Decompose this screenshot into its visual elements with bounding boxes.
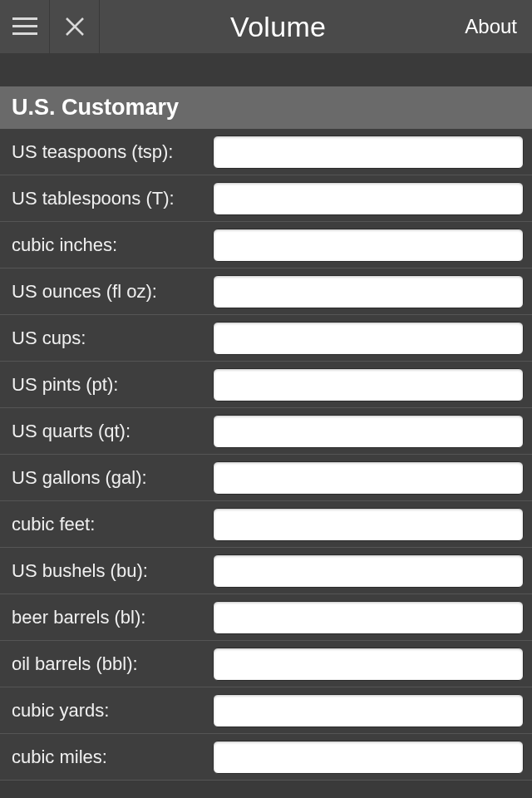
row-input-wrap	[213, 175, 532, 221]
row-cubic-miles: cubic miles:	[0, 734, 532, 781]
page-title: Volume	[100, 11, 456, 43]
cubic-feet-input[interactable]	[213, 508, 524, 541]
row-input-wrap	[213, 687, 532, 733]
oil-barrels-input[interactable]	[213, 648, 524, 681]
topbar: Volume About	[0, 0, 532, 53]
menu-button[interactable]	[0, 0, 50, 53]
row-label: oil barrels (bbl):	[0, 653, 213, 675]
close-icon	[64, 16, 86, 37]
row-us-pints: US pints (pt):	[0, 362, 532, 408]
row-label: US gallons (gal):	[0, 467, 213, 489]
row-us-ounces: US ounces (fl oz):	[0, 268, 532, 315]
spacer	[0, 53, 532, 86]
row-us-tablespoons: US tablespoons (T):	[0, 175, 532, 222]
us-pints-input[interactable]	[213, 368, 524, 401]
row-label: cubic miles:	[0, 746, 213, 768]
row-label: cubic feet:	[0, 514, 213, 535]
row-input-wrap	[213, 641, 532, 687]
row-label: cubic yards:	[0, 700, 213, 722]
us-bushels-input[interactable]	[213, 554, 524, 588]
beer-barrels-input[interactable]	[213, 601, 524, 634]
row-beer-barrels: beer barrels (bl):	[0, 594, 532, 641]
row-us-teaspoons: US teaspoons (tsp):	[0, 129, 532, 175]
us-cups-input[interactable]	[213, 322, 524, 355]
row-input-wrap	[213, 408, 532, 454]
row-input-wrap	[213, 268, 532, 314]
row-us-cups: US cups:	[0, 315, 532, 362]
svg-rect-0	[12, 17, 37, 20]
row-input-wrap	[213, 222, 532, 268]
about-button[interactable]: About	[456, 15, 532, 38]
row-label: US quarts (qt):	[0, 421, 213, 442]
row-label: US bushels (bu):	[0, 560, 213, 582]
row-input-wrap	[213, 501, 532, 547]
svg-rect-2	[12, 32, 37, 35]
row-cubic-inches: cubic inches:	[0, 222, 532, 268]
row-input-wrap	[213, 315, 532, 361]
us-gallons-input[interactable]	[213, 461, 524, 495]
svg-rect-1	[12, 25, 37, 27]
row-label: US pints (pt):	[0, 374, 213, 396]
row-input-wrap	[213, 594, 532, 640]
cubic-miles-input[interactable]	[213, 741, 524, 774]
row-input-wrap	[213, 455, 532, 500]
row-us-bushels: US bushels (bu):	[0, 548, 532, 594]
row-oil-barrels: oil barrels (bbl):	[0, 641, 532, 687]
row-input-wrap	[213, 362, 532, 407]
row-us-quarts: US quarts (qt):	[0, 408, 532, 455]
close-button[interactable]	[50, 0, 100, 53]
row-label: US ounces (fl oz):	[0, 281, 213, 303]
cubic-yards-input[interactable]	[213, 694, 524, 727]
row-label: US tablespoons (T):	[0, 188, 213, 209]
us-teaspoons-input[interactable]	[213, 135, 524, 169]
us-tablespoons-input[interactable]	[213, 182, 524, 215]
cubic-inches-input[interactable]	[213, 229, 524, 262]
row-label: US teaspoons (tsp):	[0, 141, 213, 163]
us-ounces-input[interactable]	[213, 275, 524, 308]
menu-icon	[12, 17, 37, 36]
row-us-gallons: US gallons (gal):	[0, 455, 532, 501]
row-input-wrap	[213, 129, 532, 175]
row-label: US cups:	[0, 328, 213, 349]
row-label: beer barrels (bl):	[0, 607, 213, 628]
section-header: U.S. Customary	[0, 86, 532, 129]
row-label: cubic inches:	[0, 234, 213, 256]
row-input-wrap	[213, 734, 532, 780]
us-quarts-input[interactable]	[213, 415, 524, 448]
row-cubic-yards: cubic yards:	[0, 687, 532, 734]
row-input-wrap	[213, 548, 532, 594]
row-cubic-feet: cubic feet:	[0, 501, 532, 548]
